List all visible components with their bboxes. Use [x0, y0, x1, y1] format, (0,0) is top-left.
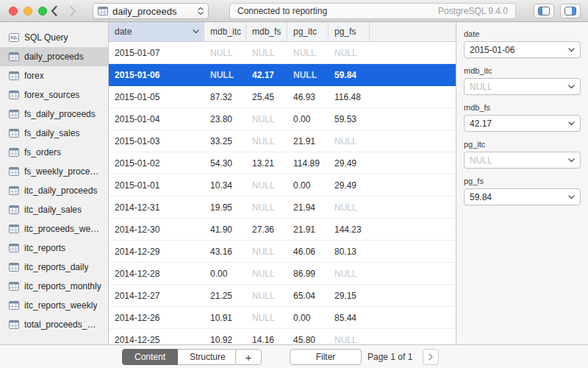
cell[interactable]: 10.92 — [204, 335, 246, 345]
table-row[interactable]: 2015-01-06NULL42.17NULL59.84 — [109, 64, 456, 86]
sidebar-item-itc-proceeds-weekly[interactable]: itc_proceeds_weekly — [0, 219, 108, 238]
next-page-button[interactable] — [423, 349, 439, 365]
table-row[interactable]: 2014-12-3119.95NULL21.94NULL — [109, 197, 456, 219]
back-button[interactable] — [46, 4, 62, 18]
cell[interactable]: NULL — [329, 269, 370, 279]
cell[interactable]: 2014-12-28 — [109, 269, 204, 279]
cell[interactable]: 2015-01-02 — [109, 158, 204, 169]
close-window-button[interactable] — [9, 7, 18, 15]
table-row[interactable]: 2014-12-2943.16NULL46.0680.13 — [109, 241, 456, 263]
cell[interactable]: 33.25 — [204, 136, 246, 146]
toggle-left-panel-button[interactable] — [534, 4, 554, 18]
cell[interactable]: NULL — [287, 48, 329, 58]
table-row[interactable]: 2014-12-3041.9027.3621.91144.23 — [109, 219, 456, 241]
column-header-pg_fs[interactable]: pg_fs — [329, 22, 370, 41]
cell[interactable]: 87.32 — [204, 92, 246, 102]
cell[interactable]: 29.15 — [329, 291, 370, 301]
cell[interactable]: 54.30 — [204, 158, 246, 169]
cell[interactable]: 0.00 — [287, 114, 329, 124]
cell[interactable]: 21.94 — [287, 202, 329, 213]
cell[interactable]: 45.80 — [287, 335, 329, 345]
add-row-button[interactable]: + — [235, 349, 262, 365]
cell[interactable]: 86.99 — [287, 269, 329, 279]
cell[interactable]: 116.48 — [329, 92, 370, 102]
cell[interactable]: 2014-12-31 — [109, 202, 204, 213]
cell[interactable]: 0.00 — [287, 313, 329, 323]
column-header-mdb_fs[interactable]: mdb_fs — [246, 22, 287, 41]
sidebar-item-daily-proceeds[interactable]: daily_proceeds — [0, 47, 108, 66]
toggle-right-panel-button[interactable] — [560, 4, 581, 18]
table-row[interactable]: 2014-12-2610.91NULL0.0085.44 — [109, 307, 456, 329]
table-row[interactable]: 2015-01-07NULLNULLNULLNULL — [109, 42, 456, 64]
sidebar-item-itc-daily-sales[interactable]: itc_daily_sales — [0, 200, 108, 219]
cell[interactable]: 2015-01-04 — [109, 114, 204, 124]
cell[interactable]: 42.17 — [246, 70, 287, 80]
field-select-mdb_fs[interactable]: 42.17 — [464, 115, 581, 132]
cell[interactable]: 65.04 — [287, 291, 329, 301]
sidebar-item-itc-reports[interactable]: itc_reports — [0, 238, 108, 258]
cell[interactable]: 21.91 — [287, 224, 329, 235]
cell[interactable]: 41.90 — [204, 224, 246, 235]
cell[interactable]: NULL — [329, 335, 370, 345]
minimize-window-button[interactable] — [24, 7, 32, 15]
cell[interactable]: 14.16 — [246, 335, 287, 345]
cell[interactable]: 43.16 — [204, 247, 246, 257]
cell[interactable]: 2015-01-03 — [109, 136, 204, 146]
cell[interactable]: 29.49 — [329, 180, 370, 191]
table-selector-dropdown[interactable]: daily_proceeds — [93, 3, 209, 19]
cell[interactable]: 144.23 — [329, 224, 370, 235]
cell[interactable]: NULL — [246, 269, 287, 279]
cell[interactable]: 2014-12-25 — [109, 335, 204, 345]
field-select-pg_fs[interactable]: 59.84 — [464, 188, 581, 205]
cell[interactable]: 85.44 — [329, 313, 370, 323]
cell[interactable]: 2015-01-06 — [109, 70, 204, 80]
tab-content[interactable]: Content — [122, 349, 178, 365]
cell[interactable]: 59.84 — [329, 70, 370, 80]
cell[interactable]: 10.91 — [204, 313, 246, 323]
sidebar-item-itc-reports-weekly[interactable]: itc_reports_weekly — [0, 296, 108, 315]
column-header-mdb_itc[interactable]: mdb_itc — [204, 22, 246, 41]
sidebar-item-fs-daily-proceeds[interactable]: fs_daily_proceeds — [0, 105, 108, 124]
cell[interactable]: 2014-12-29 — [109, 247, 204, 257]
field-select-date[interactable]: 2015-01-06 — [464, 41, 581, 58]
cell[interactable]: NULL — [246, 247, 287, 257]
filter-button[interactable]: Filter — [290, 349, 362, 365]
sidebar-item-sql-query[interactable]: SQLSQL Query — [0, 28, 108, 47]
cell[interactable]: 46.06 — [287, 247, 329, 257]
cell[interactable]: NULL — [246, 202, 287, 213]
sidebar-item-total-proceeds-we[interactable]: total_proceeds_we… — [0, 315, 108, 334]
cell[interactable]: NULL — [204, 70, 246, 80]
table-row[interactable]: 2014-12-2721.25NULL65.0429.15 — [109, 285, 456, 307]
cell[interactable]: 10.34 — [204, 180, 246, 191]
tab-structure[interactable]: Structure — [178, 349, 238, 365]
cell[interactable]: NULL — [246, 180, 287, 191]
sidebar-item-itc-reports-daily[interactable]: itc_reports_daily — [0, 258, 108, 277]
cell[interactable]: NULL — [329, 136, 370, 146]
column-header-pg_itc[interactable]: pg_itc — [287, 22, 329, 41]
table-row[interactable]: 2015-01-0587.3225.4546.93116.48 — [109, 86, 456, 108]
cell[interactable]: 13.21 — [246, 158, 287, 169]
field-select-pg_itc[interactable]: NULL — [464, 152, 581, 169]
cell[interactable]: 29.49 — [329, 158, 370, 169]
cell[interactable]: 21.91 — [287, 136, 329, 146]
sidebar-item-fs-weekly-proceeds[interactable]: fs_weekly_proceeds — [0, 162, 108, 181]
cell[interactable]: 2015-01-05 — [109, 92, 204, 102]
cell[interactable]: 114.89 — [287, 158, 329, 169]
cell[interactable]: 19.95 — [204, 202, 246, 213]
cell[interactable]: NULL — [246, 313, 287, 323]
cell[interactable]: NULL — [246, 48, 287, 58]
field-select-mdb_itc[interactable]: NULL — [464, 78, 581, 95]
cell[interactable]: NULL — [287, 70, 329, 80]
cell[interactable]: NULL — [246, 291, 287, 301]
sidebar-item-itc-reports-monthly[interactable]: itc_reports_monthly — [0, 277, 108, 296]
cell[interactable]: 2014-12-30 — [109, 224, 204, 235]
sidebar-item-forex-sources[interactable]: forex_sources — [0, 85, 108, 105]
cell[interactable]: 0.00 — [287, 180, 329, 191]
table-row[interactable]: 2015-01-0110.34NULL0.0029.49 — [109, 174, 456, 197]
cell[interactable]: 46.93 — [287, 92, 329, 102]
sidebar-item-itc-daily-proceeds[interactable]: itc_daily_proceeds — [0, 181, 108, 200]
sidebar-item-fs-daily-sales[interactable]: fs_daily_sales — [0, 124, 108, 143]
sidebar-item-forex[interactable]: forex — [0, 66, 108, 85]
cell[interactable]: 2015-01-07 — [109, 48, 204, 58]
cell[interactable]: 2014-12-27 — [109, 291, 204, 301]
